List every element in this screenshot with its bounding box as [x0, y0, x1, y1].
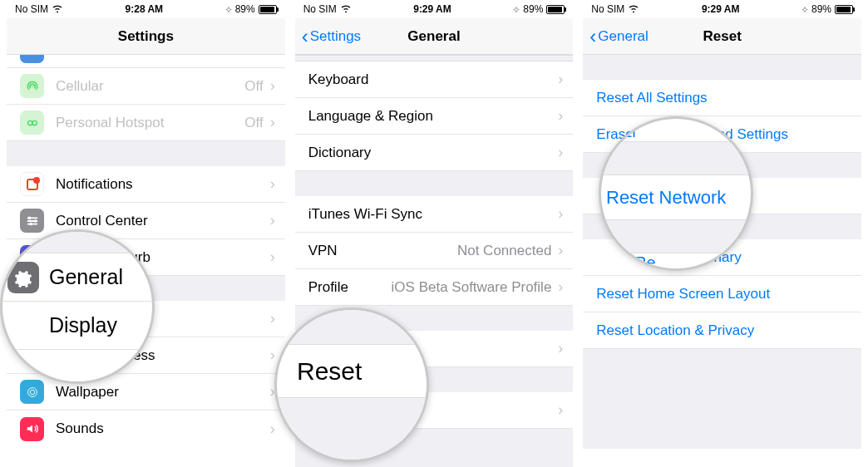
row-label: iTunes Wi-Fi Sync: [308, 206, 552, 223]
row-label: Profile: [308, 279, 348, 296]
settings-screen: No SIM 9:28 AM ⟡ 89% Settings Cellular O…: [7, 0, 285, 467]
cellular-icon: [20, 74, 44, 98]
row-label: Language & Region: [308, 108, 552, 125]
row-detail: Off: [244, 115, 263, 131]
battery-icon: [835, 5, 853, 14]
svg-point-5: [27, 216, 31, 219]
wifi-icon: [52, 3, 63, 15]
chevron-left-icon: ‹: [589, 25, 596, 48]
battery-percent: 89%: [811, 3, 831, 15]
chevron-icon: ›: [270, 114, 275, 131]
svg-point-7: [29, 222, 32, 225]
profile-row[interactable]: Profile iOS Beta Software Profile ›: [295, 269, 574, 306]
battery-percent: 89%: [235, 3, 255, 15]
row-label: Reset Home Screen Layout: [596, 286, 851, 302]
chevron-icon: ›: [558, 401, 563, 419]
bluetooth-icon: ⟡: [225, 3, 232, 15]
nav-bar: ‹ General Reset: [583, 18, 861, 55]
chevron-icon: ›: [270, 420, 275, 438]
chevron-icon: ›: [270, 347, 275, 364]
time-text: 9:28 AM: [126, 3, 164, 15]
row-label: Keyboard: [308, 71, 552, 88]
wifi-icon: [340, 3, 352, 15]
chevron-icon: ›: [558, 242, 563, 259]
row-label: Cellular: [56, 78, 244, 95]
nav-bar: ‹ Settings General: [295, 18, 574, 55]
row-label: VPN: [308, 243, 457, 259]
reset-all-row[interactable]: Reset All Settings: [583, 80, 861, 116]
time-text: 9:29 AM: [413, 3, 451, 15]
control-center-icon: [20, 209, 44, 233]
status-bar: No SIM 9:29 AM ⟡ 89%: [583, 0, 861, 18]
carrier-text: No SIM: [303, 3, 337, 15]
magnifier-reset: Reset: [274, 307, 429, 462]
reset-location-row[interactable]: Reset Location & Privacy: [583, 312, 861, 349]
back-button[interactable]: ‹ General: [583, 25, 648, 48]
magnifier-reset-network: Er Reset Network Re: [599, 116, 753, 271]
bluetooth-icon: ⟡: [513, 3, 520, 15]
magnify-label: Reset: [289, 332, 370, 410]
wallpaper-icon: [20, 380, 44, 404]
magnify-label: Display: [49, 313, 117, 337]
page-title: General: [407, 28, 460, 45]
chevron-left-icon: ‹: [302, 25, 308, 48]
notifications-icon: [20, 172, 44, 196]
section-gap: [7, 141, 285, 166]
chevron-icon: ›: [558, 107, 563, 125]
section-gap: [295, 55, 574, 61]
section-gap: [583, 349, 861, 449]
reset-home-row[interactable]: Reset Home Screen Layout: [583, 276, 861, 312]
sounds-icon: [20, 417, 44, 441]
back-button[interactable]: ‹ Settings: [295, 25, 361, 48]
status-bar: No SIM 9:29 AM ⟡ 89%: [295, 0, 574, 18]
hotspot-icon: [20, 111, 44, 135]
bluetooth-icon: ⟡: [801, 3, 808, 15]
svg-point-8: [30, 390, 34, 394]
battery-icon: [259, 5, 277, 14]
svg-point-0: [27, 120, 32, 125]
page-title: Settings: [118, 28, 174, 45]
chevron-icon: ›: [270, 248, 275, 266]
partial-row: [7, 55, 285, 68]
magnify-label: Reset Network: [604, 179, 727, 217]
carrier-text: No SIM: [591, 3, 624, 15]
battery-percent: 89%: [523, 3, 543, 15]
svg-point-9: [27, 387, 37, 396]
wallpaper-row[interactable]: Wallpaper ›: [7, 374, 285, 410]
time-text: 9:29 AM: [702, 3, 740, 15]
section-gap: [583, 55, 861, 80]
row-label: Control Center: [56, 213, 264, 229]
carrier-text: No SIM: [15, 3, 48, 15]
section-gap: [295, 171, 574, 196]
chevron-icon: ›: [558, 340, 563, 357]
wifi-icon: [628, 3, 639, 15]
svg-point-6: [33, 219, 37, 223]
sounds-row[interactable]: Sounds ›: [7, 410, 285, 447]
language-row[interactable]: Language & Region ›: [295, 98, 574, 135]
dictionary-row[interactable]: Dictionary ›: [295, 135, 574, 171]
chevron-icon: ›: [270, 175, 275, 193]
chevron-icon: ›: [270, 212, 275, 229]
row-detail: iOS Beta Software Profile: [358, 279, 551, 296]
magnifier-general: General Display: [0, 229, 155, 384]
notifications-row[interactable]: Notifications ›: [7, 166, 285, 203]
status-bar: No SIM 9:28 AM ⟡ 89%: [7, 0, 285, 18]
chevron-icon: ›: [558, 144, 563, 161]
page-title: Reset: [703, 28, 742, 45]
chevron-icon: ›: [558, 71, 563, 88]
chevron-icon: ›: [270, 310, 275, 327]
row-label: Reset Location & Privacy: [596, 322, 851, 339]
hotspot-row[interactable]: Personal Hotspot Off ›: [7, 105, 285, 141]
vpn-row[interactable]: VPN Not Connected ›: [295, 233, 574, 269]
nav-bar: Settings: [7, 18, 285, 55]
gear-icon: [7, 262, 39, 293]
row-label: Notifications: [56, 176, 264, 193]
chevron-icon: ›: [558, 205, 563, 223]
keyboard-row[interactable]: Keyboard ›: [295, 61, 574, 98]
row-label: Sounds: [56, 420, 264, 437]
battery-icon: [546, 5, 565, 14]
bluetooth-app-icon: [20, 55, 44, 63]
row-label: Wallpaper: [56, 384, 264, 401]
cellular-row[interactable]: Cellular Off ›: [7, 68, 285, 105]
itunes-row[interactable]: iTunes Wi-Fi Sync ›: [295, 196, 574, 233]
